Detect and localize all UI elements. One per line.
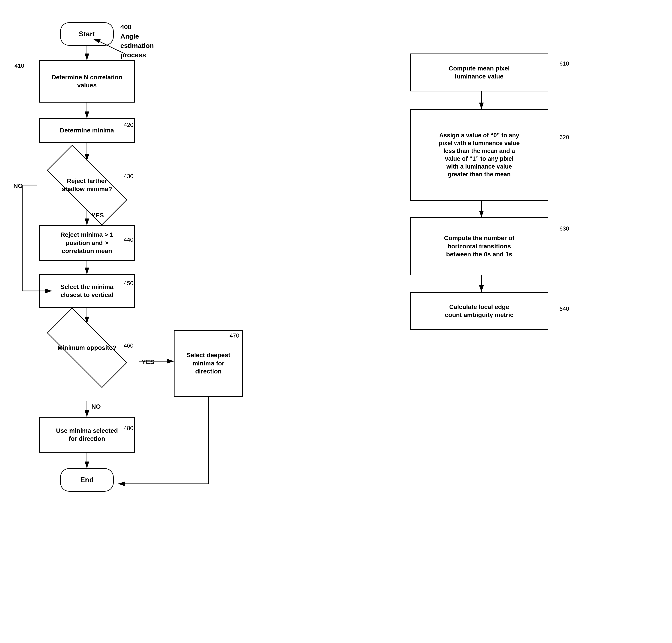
- label-410: 410: [14, 62, 24, 69]
- no-label-430: NO: [13, 182, 23, 190]
- label-620: 620: [560, 134, 569, 141]
- box-620: Assign a value of “0” to anypixel with a…: [410, 109, 548, 201]
- start-shape: Start: [60, 22, 114, 46]
- yes-label-430: YES: [91, 212, 104, 219]
- box-440: Reject minima > 1position and >correlati…: [39, 225, 135, 261]
- box-640: Calculate local edgecount ambiguity metr…: [410, 292, 548, 330]
- box-610: Compute mean pixelluminance value: [410, 53, 548, 92]
- label-610: 610: [560, 60, 569, 67]
- diamond-430: Reject farthershallow minima?: [32, 160, 142, 209]
- label-630: 630: [560, 225, 569, 232]
- no-label-460: NO: [91, 403, 101, 410]
- yes-label-460: YES: [142, 359, 154, 366]
- diagram-container: 400Angleestimationprocess Start 410 Dete…: [0, 0, 672, 643]
- box-470: Select deepestminima fordirection: [174, 330, 243, 397]
- end-shape: End: [60, 468, 114, 492]
- box-450: Select the minimaclosest to vertical: [39, 274, 135, 308]
- box-630: Compute the number ofhorizontal transiti…: [410, 217, 548, 275]
- box-480: Use minima selectedfor direction: [39, 417, 135, 452]
- label-640: 640: [560, 305, 569, 312]
- box-410: Determine N correlationvalues: [39, 60, 135, 102]
- annotation-400: 400Angleestimationprocess: [120, 22, 154, 60]
- box-420: Determine minima: [39, 118, 135, 143]
- diamond-460: Minimum opposite?: [32, 323, 142, 372]
